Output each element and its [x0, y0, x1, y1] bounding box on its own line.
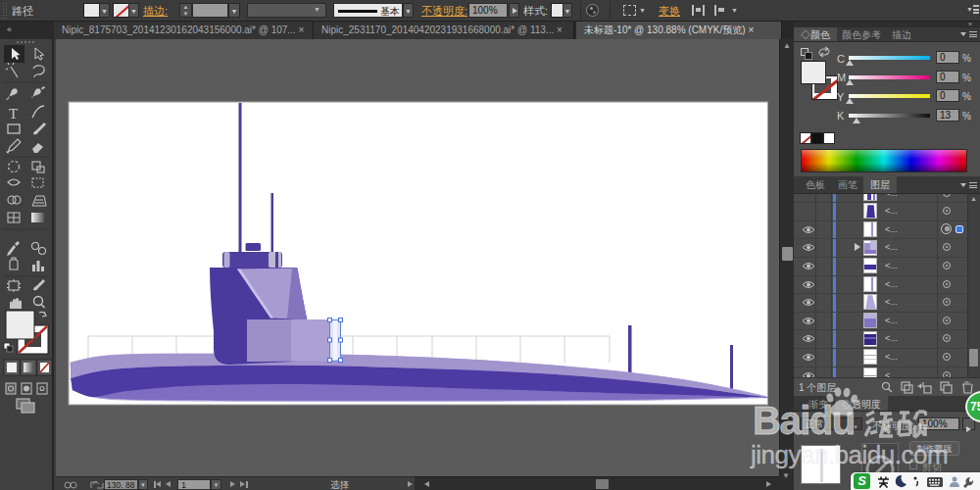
svg-text:T: T	[9, 106, 18, 122]
